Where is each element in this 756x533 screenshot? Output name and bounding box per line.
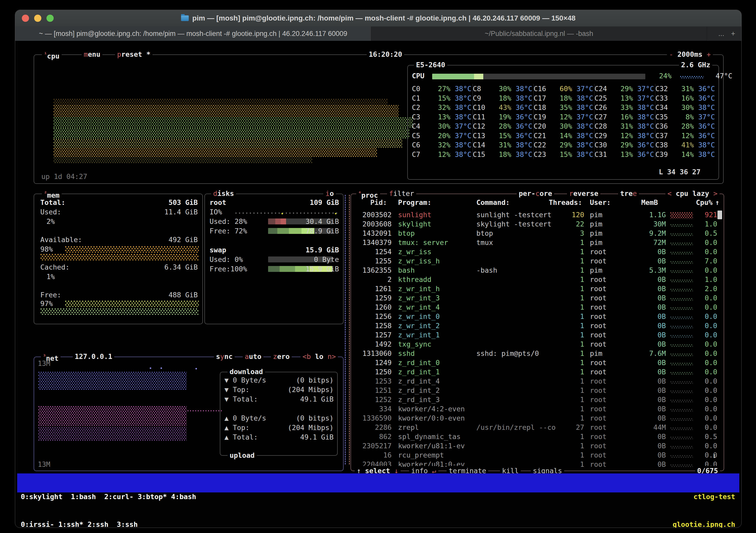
process-row[interactable]: 334kworker/4:2-even1root0B0.0 — [356, 404, 719, 413]
interval-decrease-button[interactable]: - — [669, 50, 673, 58]
core-load: 13% — [612, 93, 633, 103]
process-row[interactable]: 2003608skylightskylight -testcert22pim30… — [356, 219, 719, 229]
new-tab-button[interactable]: + — [731, 30, 735, 38]
core-name: C16 — [534, 84, 552, 93]
cpu-core-cell: C1912%37°C — [534, 112, 594, 122]
process-name: txg_sync — [398, 339, 431, 349]
menu-button[interactable]: menu — [82, 50, 102, 59]
cpu-core-cell: C3113%36°C — [594, 150, 655, 159]
process-user: pim — [590, 228, 603, 238]
cpu-box-title[interactable]: ¹cpu — [42, 50, 62, 61]
process-row[interactable]: 1255z_wr_iss_h1root0B7.0 — [356, 256, 719, 266]
proc-tree-button[interactable]: tree — [618, 189, 639, 198]
process-name: skylight — [398, 219, 431, 229]
process-row[interactable]: 16rcu_preempt1root0B0.0 — [356, 450, 719, 460]
core-load: 29% — [552, 140, 572, 150]
process-row[interactable]: 1254z_wr_iss1root0B0.0 — [356, 247, 719, 256]
cpu-total-percent: 24% — [649, 71, 671, 81]
core-load: 18% — [491, 93, 511, 103]
process-row[interactable]: 1340379tmux: servertmux1pim72M0.0 — [356, 238, 719, 247]
process-cpu-graph — [670, 455, 693, 458]
col-threads[interactable]: Threads: — [549, 198, 580, 207]
net-zero-button[interactable]: zero — [271, 352, 292, 361]
disks-box-title[interactable]: disks — [211, 189, 236, 198]
col-cpu[interactable]: Cpu% — [690, 198, 713, 207]
process-row[interactable]: 1257z_wr_int_11root0B0.0 — [356, 330, 719, 340]
process-row[interactable]: 1249z_rd_int_01root0B0.0 — [356, 358, 719, 367]
process-row[interactable]: 1336590kworker/0:0-even1root0B0.0 — [356, 413, 719, 423]
process-row[interactable]: 1492txg_sync1root0B0.0 — [356, 339, 719, 349]
process-row[interactable]: 1432091btopbtop3pim9.2M0.5 — [356, 228, 719, 238]
process-cpu-graph — [670, 279, 693, 282]
process-threads: 1 — [554, 450, 584, 460]
col-program[interactable]: Program: — [398, 198, 431, 207]
net-auto-button[interactable]: auto — [243, 352, 263, 361]
process-row[interactable]: 2003502sunlightsunlight -testcert120pim1… — [356, 210, 719, 220]
core-temp: 36°C — [511, 103, 532, 112]
process-cpu: 1.0 — [695, 275, 717, 284]
cpu-core-cell: C632%38°C — [412, 140, 473, 150]
core-temp: 37°C — [694, 112, 715, 122]
tab-overflow-button[interactable]: ... — [718, 30, 724, 38]
process-row[interactable]: 1258z_wr_int_21root0B0.0 — [356, 321, 719, 331]
cpu-core-cell: C2429%37°C — [594, 84, 655, 93]
proc-reverse-button[interactable]: reverse — [567, 189, 600, 198]
process-row[interactable]: 2kthreadd1root0B1.0 — [356, 275, 719, 284]
process-row[interactable]: 1259z_wr_int_31root0B0.0 — [356, 293, 719, 303]
process-threads: 1 — [554, 339, 584, 349]
process-row[interactable]: 1261z_wr_int_h1root0B2.0 — [356, 284, 719, 293]
process-name: z_wr_int_3 — [398, 293, 440, 303]
process-row[interactable]: 1362355bash-bash1pim5.3M0.0 — [356, 265, 719, 275]
cpu-core-row: C313%38°CC1119%36°CC1912%37°CC2716%38°CC… — [412, 112, 716, 122]
process-row[interactable]: 1256z_wr_int_01root0B0.0 — [356, 312, 719, 321]
cpu-core-cell: C430%37°C — [412, 121, 473, 131]
net-interface: 127.0.0.1 — [73, 352, 114, 361]
net-interface-switch[interactable]: <b lo n> — [300, 352, 338, 361]
process-row[interactable]: 1252z_rd_int_31root0B0.0 — [356, 395, 719, 404]
process-row[interactable]: 1253z_rd_int_41root0B0.0 — [356, 376, 719, 386]
process-name: z_wr_int_4 — [398, 303, 440, 312]
process-cpu-graph — [670, 316, 693, 319]
col-pid[interactable]: Pid: — [351, 198, 387, 207]
process-threads: 1 — [554, 293, 584, 303]
process-row[interactable]: 1260z_wr_int_41root0B0.0 — [356, 303, 719, 312]
process-row[interactable]: 862spl_dynamic_tas1root0B0.5 — [356, 432, 719, 441]
process-cpu-graph — [670, 353, 693, 356]
download-total-row: ▼ Total:49.1 GiB — [225, 394, 334, 404]
col-user[interactable]: User: — [590, 198, 611, 207]
process-threads: 1 — [554, 441, 584, 451]
preset-button[interactable]: preset * — [115, 50, 152, 59]
cpu-total-bar — [432, 74, 645, 79]
process-threads: 1 — [554, 349, 584, 358]
proc-filter-button[interactable]: filter — [387, 189, 416, 198]
process-row[interactable]: 2305217kworker/u81:1-ev1root0B0.0 — [356, 441, 719, 451]
tab-bash-session[interactable]: ~/Public/sabbatical.ipng.nl — -bash — [371, 26, 707, 41]
process-row[interactable]: 2286zrepl/usr/bin/zrepl --co27root44M0.0 — [356, 423, 719, 432]
proc-percore-button[interactable]: per-core — [517, 189, 554, 198]
process-row[interactable]: 1251z_rd_int_21root0B0.0 — [356, 386, 719, 395]
process-row[interactable]: 1313060sshdsshd: pim@pts/01pim7.6M0.0 — [356, 349, 719, 358]
disks-box: disks io root109 GiB IO% Used: 28% 30.4 … — [204, 194, 343, 324]
proc-sort-selector[interactable]: < cpu lazy > — [665, 189, 719, 198]
process-scrollbar-thumb[interactable] — [717, 210, 722, 219]
sort-direction-icon[interactable]: ↑ — [715, 198, 719, 207]
process-cpu: 0.0 — [695, 321, 717, 331]
process-user: root — [590, 367, 607, 377]
tmux-windows-line1[interactable]: 0:skylight 1:bash 2:curl- 3:btop* 4:bash — [21, 492, 196, 501]
cpu-core-cell: C1043%36°C — [473, 103, 534, 112]
net-sync-button[interactable]: sync — [214, 352, 235, 361]
core-name: C10 — [473, 103, 491, 112]
col-memb[interactable]: MemB — [641, 198, 658, 207]
scroll-down-icon[interactable]: ↓ — [712, 451, 716, 460]
process-row[interactable]: 1250z_rd_int_11root0B0.0 — [356, 367, 719, 377]
process-cpu-graph — [670, 326, 693, 328]
process-mem: 7.6M — [633, 349, 666, 358]
io-button[interactable]: io — [323, 189, 336, 198]
core-load: 31% — [673, 84, 694, 93]
tab-mosh-session[interactable]: ~ — [mosh] pim@glootie.ipng.ch: /home/pi… — [15, 26, 371, 41]
cpu-core-cell: C3628%36°C — [655, 121, 716, 131]
tmux-windows-line2[interactable]: 0:irssi- 1:ssh* 2:ssh 3:ssh — [21, 520, 196, 528]
core-name: C39 — [655, 150, 673, 159]
interval-increase-button[interactable]: + — [707, 50, 711, 58]
process-mem: 0B — [633, 358, 666, 367]
